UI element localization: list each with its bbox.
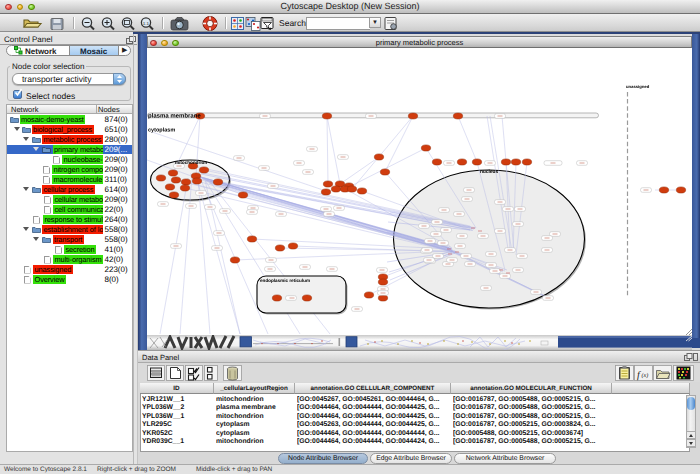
- svg-text:(x): (x): [642, 372, 649, 379]
- svg-text:1:1: 1:1: [143, 21, 150, 26]
